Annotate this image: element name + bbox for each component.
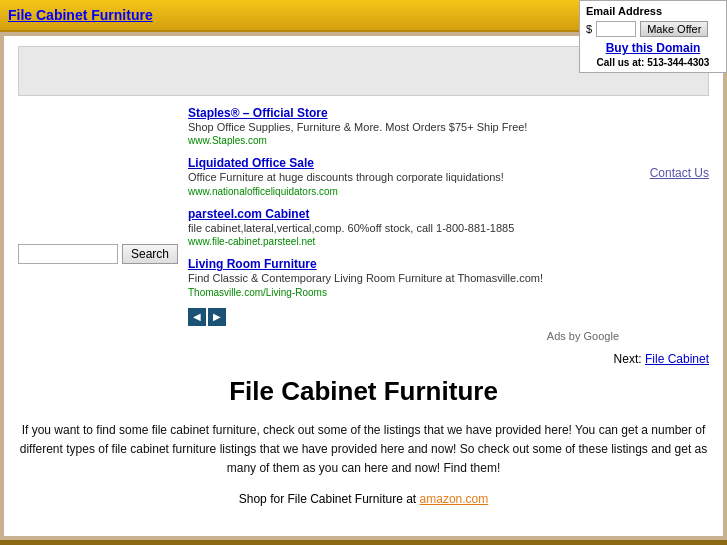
search-input[interactable] [18, 244, 118, 264]
body-text: If you want to find some file cabinet fu… [18, 421, 709, 479]
left-column: Search [18, 106, 178, 342]
ad-title-1[interactable]: Staples® – Official Store [188, 106, 619, 120]
ads-by-google: Ads by Google [188, 330, 619, 342]
contact-us-link[interactable]: Contact Us [650, 166, 709, 180]
ad-url-3: www.file-cabinet.parsteel.net [188, 236, 619, 247]
ad-url-4: Thomasville.com/Living-Rooms [188, 287, 619, 298]
amazon-link[interactable]: amazon.com [420, 492, 489, 506]
domain-box-title: Email Address [586, 5, 720, 17]
ad-desc-2: Office Furniture at huge discounts throu… [188, 170, 619, 185]
make-offer-button[interactable]: Make Offer [640, 21, 708, 37]
right-column: Contact Us [629, 106, 709, 342]
ad-desc-4: Find Classic & Contemporary Living Room … [188, 271, 619, 286]
middle-section: Search Staples® – Official Store Shop Of… [18, 106, 709, 342]
domain-box: Email Address $ Make Offer Buy this Doma… [579, 0, 727, 73]
ad-desc-1: Shop Office Supplies, Furniture & More. … [188, 120, 619, 135]
shop-line: Shop for File Cabinet Furniture at amazo… [18, 492, 709, 506]
search-button[interactable]: Search [122, 244, 178, 264]
ad-item-4: Living Room Furniture Find Classic & Con… [188, 257, 619, 297]
center-ads: Staples® – Official Store Shop Office Su… [188, 106, 619, 342]
domain-dollar: $ [586, 23, 592, 35]
search-form: Search [18, 244, 178, 264]
next-arrow[interactable]: ▶ [208, 308, 226, 326]
domain-offer-row: $ Make Offer [586, 21, 720, 37]
content-area: Search Staples® – Official Store Shop Of… [4, 36, 723, 536]
page-heading: File Cabinet Furniture [18, 376, 709, 407]
main-wrapper: Search Staples® – Official Store Shop Of… [0, 32, 727, 540]
ad-title-2[interactable]: Liquidated Office Sale [188, 156, 619, 170]
call-us-text: Call us at: 513-344-4303 [586, 57, 720, 68]
nav-arrows: ◀ ▶ [188, 308, 619, 326]
next-label: Next: [614, 352, 642, 366]
site-title-link[interactable]: File Cabinet Furniture [8, 7, 153, 23]
ad-item-1: Staples® – Official Store Shop Office Su… [188, 106, 619, 146]
domain-input[interactable] [596, 21, 636, 37]
buy-domain-link[interactable]: Buy this Domain [586, 41, 720, 55]
ad-url-1: www.Staples.com [188, 135, 619, 146]
ad-item-3: parsteel.com Cabinet file cabinet,latera… [188, 207, 619, 247]
prev-arrow[interactable]: ◀ [188, 308, 206, 326]
right-chevron-icon: ▶ [213, 311, 221, 322]
ad-title-3[interactable]: parsteel.com Cabinet [188, 207, 619, 221]
next-line: Next: File Cabinet [18, 352, 709, 366]
next-link[interactable]: File Cabinet [645, 352, 709, 366]
left-chevron-icon: ◀ [193, 311, 201, 322]
shop-line-prefix: Shop for File Cabinet Furniture at [239, 492, 416, 506]
ad-desc-3: file cabinet,lateral,vertical,comp. 60%o… [188, 221, 619, 236]
ad-title-4[interactable]: Living Room Furniture [188, 257, 619, 271]
ad-item-2: Liquidated Office Sale Office Furniture … [188, 156, 619, 196]
ad-url-2: www.nationalofficeliquidators.com [188, 186, 619, 197]
